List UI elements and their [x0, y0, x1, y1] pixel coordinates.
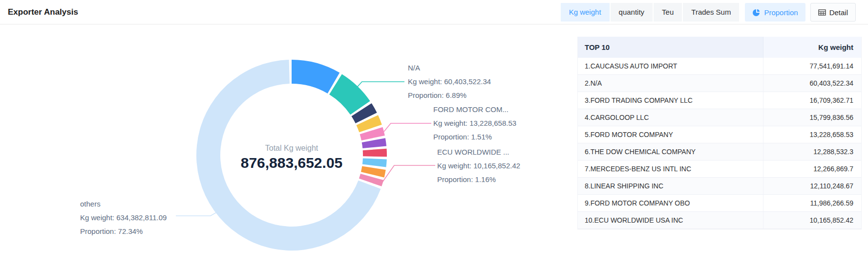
table-row: 1.CAUCASUS AUTO IMPORT77,541,691.14	[578, 58, 861, 75]
proportion-button-label: Proportion	[764, 8, 798, 17]
top10-table: TOP 10 Kg weight 1.CAUCASUS AUTO IMPORT7…	[577, 37, 862, 230]
callout-kg-weight: Kg weight: 10,165,852.42	[437, 159, 520, 173]
callout-proportion: Proportion: 1.51%	[433, 130, 516, 144]
exporter-name-cell: 5.FORD MOTOR COMPANY	[578, 126, 763, 143]
kg-weight-cell: 12,288,532.3	[763, 143, 861, 160]
table-row: 7.MERCEDES-BENZ US INTL INC12,266,869.7	[578, 161, 861, 178]
tab-teu[interactable]: Teu	[654, 3, 682, 22]
exporter-name-cell: 7.MERCEDES-BENZ US INTL INC	[578, 161, 763, 177]
kg-weight-cell: 12,110,248.67	[763, 178, 861, 194]
header: Exporter Analysis Kg weight quantity Teu…	[0, 0, 868, 24]
table-row: 5.FORD MOTOR COMPANY13,228,658.53	[578, 126, 861, 143]
kg-weight-cell: 77,541,691.14	[763, 58, 861, 74]
callout-proportion: Proportion: 72.34%	[80, 225, 167, 238]
exporter-name-cell: 6.THE DOW CHEMICAL COMPANY	[578, 143, 763, 160]
table-row: 4.CARGOLOOP LLC15,799,836.56	[578, 109, 861, 126]
exporter-name-cell: 9.FORD MOTOR COMPANY OBO	[578, 195, 763, 211]
table-row: 8.LINEAR SHIPPING INC12,110,248.67	[578, 178, 861, 195]
kg-weight-cell: 60,403,522.34	[763, 75, 861, 92]
tab-kg-weight[interactable]: Kg weight	[561, 3, 610, 22]
callout-proportion: Proportion: 6.89%	[408, 89, 491, 102]
tab-quantity[interactable]: quantity	[611, 3, 653, 22]
callout-kg-weight: Kg weight: 634,382,811.09	[80, 211, 167, 225]
callout-name: FORD MOTOR COM...	[433, 103, 516, 116]
header-controls: Kg weight quantity Teu Trades Sum Propor…	[561, 3, 856, 22]
callout-kg-weight: Kg weight: 13,228,658.53	[433, 116, 516, 130]
callout-others: others Kg weight: 634,382,811.09 Proport…	[80, 197, 167, 238]
kg-weight-cell: 11,986,266.59	[763, 195, 861, 211]
table-grid-icon	[818, 9, 826, 16]
table-row: 9.FORD MOTOR COMPANY OBO11,986,266.59	[578, 195, 861, 212]
total-kg-weight-label: Total Kg weight	[204, 143, 380, 154]
kg-weight-cell: 15,799,836.56	[763, 109, 861, 126]
leader-line-ford	[384, 123, 431, 132]
kg-weight-cell: 13,228,658.53	[763, 126, 861, 143]
table-row: 6.THE DOW CHEMICAL COMPANY12,288,532.3	[578, 143, 861, 161]
exporter-name-cell: 1.CAUCASUS AUTO IMPORT	[578, 58, 763, 74]
top10-column-header: TOP 10	[578, 37, 763, 58]
page-title: Exporter Analysis	[8, 0, 78, 24]
callout-proportion: Proportion: 1.16%	[437, 173, 520, 186]
kg-weight-cell: 10,165,852.42	[763, 212, 861, 229]
table-row: 2.N/A60,403,522.34	[578, 75, 861, 92]
donut-segment-1[interactable]	[292, 60, 339, 93]
donut-center-label: Total Kg weight 876,883,652.05	[204, 143, 380, 172]
kg-weight-cell: 12,266,869.7	[763, 161, 861, 177]
detail-button-label: Detail	[829, 8, 848, 17]
table-row: 10.ECU WORLDWIDE USA INC10,165,852.42	[578, 212, 861, 229]
callout-name: others	[80, 197, 167, 211]
kg-weight-cell: 16,709,362.71	[763, 92, 861, 109]
callout-kg-weight: Kg weight: 60,403,522.34	[408, 75, 491, 89]
leader-line-ecu	[382, 165, 435, 182]
callout-na: N/A Kg weight: 60,403,522.34 Proportion:…	[408, 61, 491, 102]
total-kg-weight-value: 876,883,652.05	[204, 154, 380, 172]
table-header-row: TOP 10 Kg weight	[578, 37, 861, 58]
exporter-name-cell: 8.LINEAR SHIPPING INC	[578, 178, 763, 194]
exporter-name-cell: 3.FORD TRADING COMPANY LLC	[578, 92, 763, 109]
tab-trades-sum[interactable]: Trades Sum	[683, 3, 739, 22]
callout-name: N/A	[408, 61, 491, 75]
pie-chart-icon	[752, 8, 761, 17]
callout-name: ECU WORLDWIDE ...	[437, 145, 520, 159]
callout-ford-motor: FORD MOTOR COM... Kg weight: 13,228,658.…	[433, 103, 516, 144]
exporter-name-cell: 2.N/A	[578, 75, 763, 92]
table-row: 3.FORD TRADING COMPANY LLC16,709,362.71	[578, 92, 861, 109]
table-body: 1.CAUCASUS AUTO IMPORT77,541,691.142.N/A…	[578, 58, 861, 229]
detail-button[interactable]: Detail	[810, 3, 856, 22]
callout-ecu-worldwide: ECU WORLDWIDE ... Kg weight: 10,165,852.…	[437, 145, 520, 186]
metric-tabs: Kg weight quantity Teu Trades Sum	[561, 3, 740, 22]
exporter-name-cell: 4.CARGOLOOP LLC	[578, 109, 763, 126]
exporter-name-cell: 10.ECU WORLDWIDE USA INC	[578, 212, 763, 229]
proportion-button[interactable]: Proportion	[745, 3, 805, 22]
kg-weight-column-header: Kg weight	[763, 37, 861, 58]
